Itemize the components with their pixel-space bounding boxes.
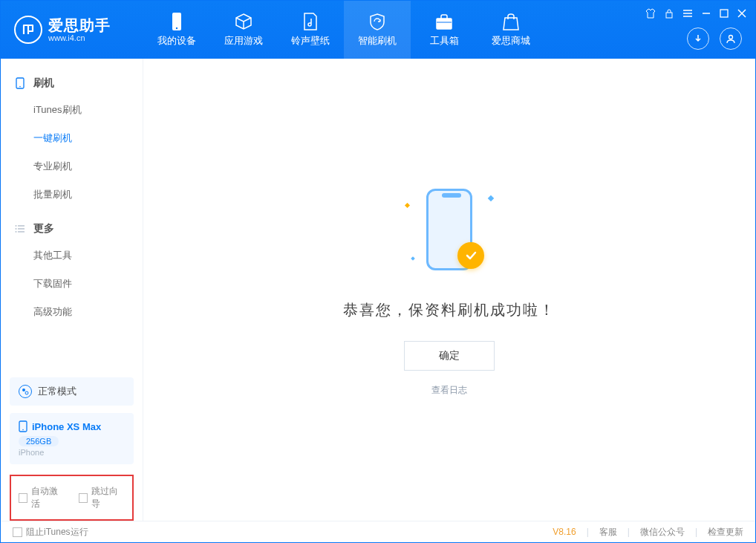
version-label: V8.16: [553, 527, 576, 537]
sidebar-item-itunes-flash[interactable]: iTunes刷机: [1, 96, 143, 124]
device-icon: [14, 77, 26, 89]
tab-apps-games[interactable]: 应用游戏: [210, 1, 277, 59]
menu-icon[interactable]: [682, 9, 693, 18]
checkbox-label: 跳过向导: [91, 485, 125, 510]
footer-link-wechat[interactable]: 微信公众号: [640, 526, 685, 539]
footer-left: 阻止iTunes运行: [13, 526, 88, 539]
logo-area: 爱思助手 www.i4.cn: [1, 16, 143, 44]
sidebar: 刷机 iTunes刷机 一键刷机 专业刷机 批量刷机 更多 其他工具 下载固件 …: [1, 59, 143, 521]
checkbox-skip-guide[interactable]: 跳过向导: [79, 485, 126, 510]
checkbox-box: [19, 493, 27, 503]
music-file-icon: [301, 12, 320, 31]
section-title: 刷机: [33, 77, 54, 90]
app-logo-icon: [14, 16, 42, 44]
tab-label: 爱思商城: [492, 34, 530, 48]
header-bar: 爱思助手 www.i4.cn 我的设备 应用游戏 铃声壁纸 智能刷机 工具箱 爱…: [1, 1, 755, 59]
sidebar-section-flash: 刷机 iTunes刷机 一键刷机 专业刷机 批量刷机: [1, 71, 143, 209]
phone-notch: [442, 193, 461, 198]
phone-small-icon: [19, 420, 27, 432]
view-log-link[interactable]: 查看日志: [431, 384, 467, 397]
svg-point-14: [729, 36, 733, 39]
sidebar-item-pro-flash[interactable]: 专业刷机: [1, 152, 143, 181]
sidebar-item-oneclick-flash[interactable]: 一键刷机: [1, 124, 143, 152]
app-title: 爱思助手: [48, 17, 111, 33]
tab-my-device[interactable]: 我的设备: [143, 1, 210, 59]
list-icon: [14, 223, 26, 235]
tab-label: 铃声壁纸: [291, 34, 330, 48]
svg-point-21: [16, 228, 17, 230]
checkbox-row: 自动激活 跳过向导: [10, 475, 134, 521]
tab-ringtones-wallpapers[interactable]: 铃声壁纸: [277, 1, 344, 59]
tab-label: 智能刷机: [358, 34, 397, 48]
sparkle-icon: [488, 195, 494, 201]
checkbox-auto-activate[interactable]: 自动激活: [19, 485, 65, 510]
svg-point-23: [22, 388, 25, 391]
header-actions: [687, 27, 742, 50]
sidebar-bottom: 正常模式 iPhone XS Max 256GB iPhone 自动激活 跳过向…: [1, 368, 143, 521]
download-button[interactable]: [687, 27, 709, 50]
confirm-button[interactable]: 确定: [404, 341, 495, 371]
tab-store[interactable]: 爱思商城: [478, 1, 544, 59]
window-controls-top: [645, 8, 746, 19]
lock-icon[interactable]: [665, 8, 674, 19]
bag-icon: [501, 12, 521, 31]
maximize-button[interactable]: [720, 9, 729, 18]
mode-icon: [19, 385, 32, 398]
tab-label: 工具箱: [430, 34, 459, 48]
success-message: 恭喜您，保资料刷机成功啦！: [343, 300, 555, 320]
nav-tabs: 我的设备 应用游戏 铃声壁纸 智能刷机 工具箱 爱思商城: [143, 1, 544, 59]
tab-label: 我的设备: [157, 34, 196, 48]
svg-rect-6: [666, 13, 672, 18]
sidebar-heading-flash: 刷机: [1, 71, 143, 96]
mode-label: 正常模式: [38, 385, 76, 398]
checkbox-label: 阻止iTunes运行: [26, 526, 88, 539]
sidebar-scroll: 刷机 iTunes刷机 一键刷机 专业刷机 批量刷机 更多 其他工具 下载固件 …: [1, 59, 143, 368]
user-button[interactable]: [720, 27, 742, 50]
sidebar-item-advanced[interactable]: 高级功能: [1, 298, 143, 326]
svg-point-20: [16, 225, 17, 227]
footer-link-support[interactable]: 客服: [599, 526, 617, 539]
body-area: 刷机 iTunes刷机 一键刷机 专业刷机 批量刷机 更多 其他工具 下载固件 …: [1, 59, 755, 521]
checkbox-label: 自动激活: [31, 485, 65, 510]
mode-box[interactable]: 正常模式: [10, 377, 134, 406]
svg-point-26: [22, 429, 24, 431]
cube-icon: [234, 12, 253, 31]
main-panel: 恭喜您，保资料刷机成功啦！ 确定 查看日志: [143, 59, 755, 521]
phone-icon: [167, 12, 186, 31]
device-box[interactable]: iPhone XS Max 256GB iPhone: [10, 413, 134, 464]
footer-bar: 阻止iTunes运行 V8.16 | 客服 | 微信公众号 | 检查更新: [1, 521, 755, 542]
sidebar-item-download-firmware[interactable]: 下载固件: [1, 270, 143, 298]
success-illustration: [401, 183, 498, 279]
logo-text: 爱思助手 www.i4.cn: [48, 17, 111, 42]
device-storage-badge: 256GB: [19, 436, 59, 446]
separator: |: [695, 527, 697, 537]
sidebar-item-other-tools[interactable]: 其他工具: [1, 241, 143, 270]
sidebar-section-more: 更多 其他工具 下载固件 高级功能: [1, 216, 143, 326]
tab-smart-flash[interactable]: 智能刷机: [344, 1, 411, 59]
device-name-row: iPhone XS Max: [19, 420, 125, 432]
checkbox-box: [79, 493, 88, 503]
separator: |: [587, 527, 589, 537]
svg-rect-11: [720, 10, 728, 17]
svg-point-24: [25, 391, 28, 394]
close-button[interactable]: [737, 9, 746, 18]
toolbox-icon: [434, 12, 454, 31]
svg-point-16: [19, 86, 21, 88]
tab-toolbox[interactable]: 工具箱: [411, 1, 478, 59]
sidebar-heading-more: 更多: [1, 216, 143, 241]
svg-point-2: [176, 27, 177, 29]
minimize-button[interactable]: [702, 9, 711, 18]
refresh-shield-icon: [368, 12, 387, 31]
footer-link-update[interactable]: 检查更新: [708, 526, 743, 539]
app-subtitle: www.i4.cn: [48, 33, 111, 42]
checkbox-block-itunes[interactable]: 阻止iTunes运行: [13, 526, 88, 539]
checkmark-badge-icon: [457, 242, 484, 269]
footer-right: V8.16 | 客服 | 微信公众号 | 检查更新: [553, 526, 743, 539]
section-title: 更多: [33, 222, 54, 235]
tab-label: 应用游戏: [224, 34, 263, 48]
sidebar-item-batch-flash[interactable]: 批量刷机: [1, 181, 143, 209]
device-name: iPhone XS Max: [32, 421, 101, 432]
tshirt-icon[interactable]: [645, 8, 656, 19]
svg-point-22: [16, 231, 17, 233]
device-type: iPhone: [19, 448, 125, 457]
